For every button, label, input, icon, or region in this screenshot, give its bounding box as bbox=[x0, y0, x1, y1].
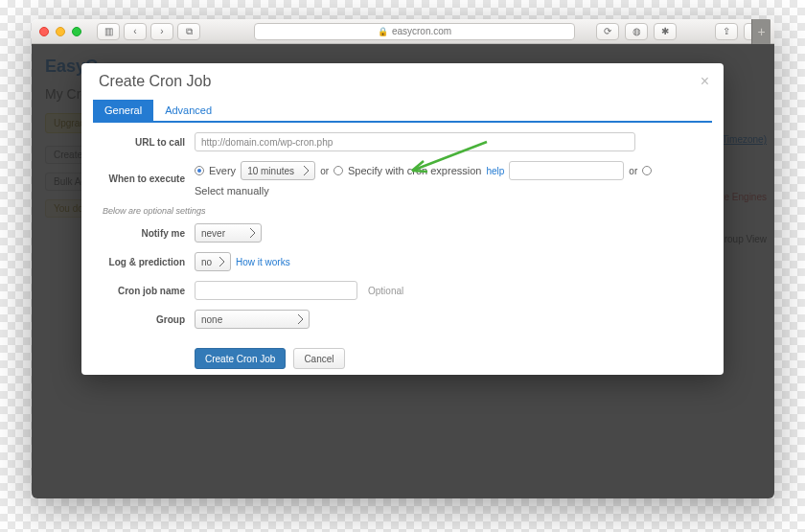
or-2: or bbox=[629, 166, 637, 176]
extension-icon[interactable]: ✱ bbox=[654, 23, 677, 40]
new-tab-button[interactable]: + bbox=[751, 19, 770, 44]
close-icon[interactable]: × bbox=[701, 73, 709, 90]
reader-icon[interactable]: ◍ bbox=[625, 23, 648, 40]
label-notify: Notify me bbox=[99, 228, 195, 239]
or-1: or bbox=[320, 166, 329, 176]
help-link[interactable]: help bbox=[486, 166, 504, 176]
cron-expression-label: Specify with cron expression bbox=[348, 165, 481, 176]
tabs-overview-icon[interactable]: ⧉ bbox=[177, 23, 200, 40]
label-group: Group bbox=[99, 314, 195, 325]
modal-title: Create Cron Job bbox=[99, 73, 211, 90]
right-toolbar-group: ⟳ ◍ ✱ bbox=[596, 23, 677, 40]
modal-tabs: General Advanced bbox=[93, 100, 712, 123]
how-it-works-link[interactable]: How it works bbox=[236, 257, 290, 267]
log-select[interactable]: no bbox=[195, 252, 231, 271]
tab-advanced[interactable]: Advanced bbox=[153, 100, 223, 121]
url-input[interactable] bbox=[195, 132, 635, 151]
tab-general[interactable]: General bbox=[93, 100, 153, 121]
close-window-dot[interactable] bbox=[39, 27, 49, 36]
modal-footer: Create Cron Job Cancel bbox=[81, 338, 724, 382]
optional-settings-note: Below are optional settings bbox=[103, 206, 706, 216]
optional-text: Optional bbox=[368, 286, 403, 296]
group-select[interactable]: none bbox=[195, 310, 310, 329]
name-input[interactable] bbox=[195, 281, 357, 300]
page: EasyC My Cron Jo Upgrade yo Create New B… bbox=[32, 44, 774, 498]
modal-form: URL to call When to execute Every 10 min… bbox=[81, 123, 724, 338]
sidebar-toggle-icon[interactable]: ▥ bbox=[97, 23, 120, 40]
create-cron-modal: Create Cron Job × General Advanced URL t… bbox=[81, 63, 724, 375]
cancel-button[interactable]: Cancel bbox=[293, 348, 344, 369]
fullscreen-window-dot[interactable] bbox=[72, 27, 81, 36]
share-icon[interactable]: ⇪ bbox=[715, 23, 738, 40]
minimize-window-dot[interactable] bbox=[56, 27, 65, 36]
every-label: Every bbox=[209, 165, 236, 176]
label-name: Cron job name bbox=[99, 286, 195, 296]
nav-button-group: ▥ ‹ › ⧉ bbox=[97, 23, 200, 40]
label-url: URL to call bbox=[99, 137, 195, 148]
forward-button-icon[interactable]: › bbox=[150, 23, 173, 40]
traffic-lights bbox=[39, 27, 81, 36]
label-log: Log & prediction bbox=[99, 257, 195, 267]
notify-select[interactable]: never bbox=[195, 223, 262, 243]
label-when: When to execute bbox=[99, 173, 195, 184]
interval-select[interactable]: 10 minutes bbox=[241, 161, 315, 180]
browser-titlebar: ▥ ‹ › ⧉ 🔒 easycron.com ⟳ ◍ ✱ ⇪ ⧉ + bbox=[32, 19, 774, 44]
radio-every[interactable] bbox=[195, 166, 204, 175]
back-button-icon[interactable]: ‹ bbox=[124, 23, 147, 40]
cron-expression-input[interactable] bbox=[509, 161, 624, 180]
lock-icon: 🔒 bbox=[378, 27, 388, 36]
submit-button[interactable]: Create Cron Job bbox=[195, 348, 286, 369]
radio-manual[interactable] bbox=[642, 166, 652, 175]
browser-window: ▥ ‹ › ⧉ 🔒 easycron.com ⟳ ◍ ✱ ⇪ ⧉ + EasyC… bbox=[32, 19, 774, 498]
address-bar[interactable]: 🔒 easycron.com bbox=[254, 23, 575, 40]
radio-cron-expression[interactable] bbox=[334, 166, 343, 175]
manual-label: Select manually bbox=[195, 185, 269, 197]
reload-icon[interactable]: ⟳ bbox=[596, 23, 619, 40]
address-text: easycron.com bbox=[392, 26, 451, 36]
